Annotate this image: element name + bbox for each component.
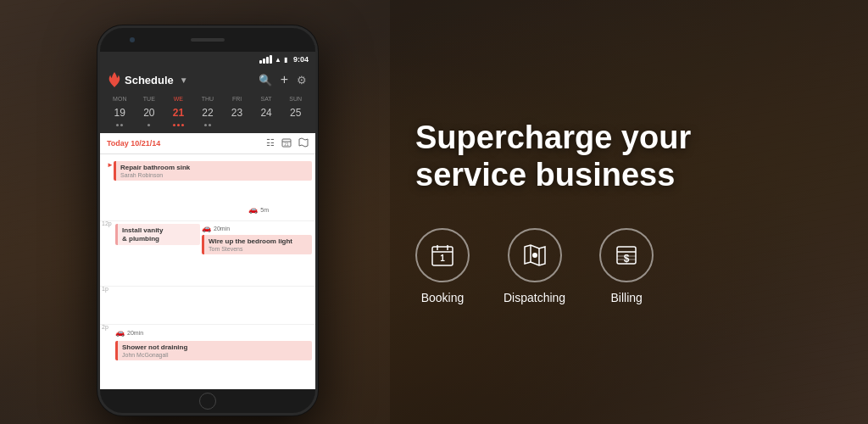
play-icon-1: ► [107, 161, 114, 169]
cal-day-wed[interactable]: We 21 [166, 96, 190, 126]
travel-badge-1: 🚗 5m [248, 205, 269, 214]
add-icon[interactable]: + [281, 72, 288, 87]
phone-bottom-bar [100, 389, 315, 413]
signal-indicator [259, 55, 272, 64]
event-1-title: Repair bathroom sink [120, 164, 308, 172]
svg-text:21: 21 [284, 142, 289, 147]
event-4-person: John McGonagall [122, 352, 308, 358]
cal-day-fri[interactable]: Fri 23 [225, 96, 249, 126]
event-3[interactable]: 🚗 20min Wire up the bedroom light Tom St… [202, 224, 312, 254]
calendar-day-icon[interactable]: 21 [281, 137, 292, 149]
signal-bar-3 [266, 57, 269, 64]
hero-section: Supercharge your service business 1 Book… [364, 0, 868, 424]
booking-label: Booking [421, 291, 465, 304]
cal-day-tue[interactable]: Tue 20 [137, 96, 161, 126]
calendar-week: Mon 19 Tue 20 [100, 92, 315, 133]
phone-section: ▲ ▮ 9:04 Schedule ▼ 🔍 + [0, 0, 364, 424]
phone-camera [130, 37, 135, 42]
cal-day-thu[interactable]: Thu 22 [196, 96, 220, 126]
phone-top-bar [100, 28, 315, 52]
svg-text:$: $ [624, 253, 630, 265]
schedule-toolbar: Today 10/21/14 ☷ 21 [100, 133, 315, 154]
status-bar: ▲ ▮ 9:04 [100, 52, 315, 67]
signal-bar-1 [259, 60, 262, 64]
expand-icon: ▼ [180, 75, 188, 85]
signal-bar-4 [270, 55, 272, 64]
app-logo-icon [108, 72, 120, 87]
main-layout: ▲ ▮ 9:04 Schedule ▼ 🔍 + [0, 0, 868, 424]
header-icons: 🔍 + ⚙ [259, 72, 307, 87]
cal-day-sun[interactable]: Sun 25 [284, 96, 308, 126]
event-2[interactable]: Install vanity& plumbing [115, 224, 200, 245]
feature-dispatching: Dispatching [504, 228, 565, 304]
divider-2p [100, 324, 315, 325]
toolbar-right-icons: ☷ 21 [266, 137, 309, 149]
battery-icon: ▮ [284, 56, 287, 64]
svg-marker-3 [299, 138, 308, 147]
travel-badge-3: 🚗 20min [202, 224, 312, 232]
feature-billing: $ Billing [599, 228, 654, 304]
cal-day-mon[interactable]: Mon 19 [108, 96, 131, 126]
schedule-body: ► Repair bathroom sink Sarah Robinson 🚗 … [100, 154, 315, 389]
settings-icon[interactable]: ⚙ [297, 74, 307, 86]
event-card-1: Repair bathroom sink Sarah Robinson [114, 161, 312, 181]
travel-badge-4: 🚗 20min [115, 328, 143, 337]
booking-icon-circle: 1 [415, 228, 470, 282]
phone-speaker [191, 38, 225, 42]
phone-screen: ▲ ▮ 9:04 Schedule ▼ 🔍 + [100, 52, 315, 389]
divider-1p [100, 286, 315, 287]
event-3-title: Wire up the bedroom light [209, 237, 308, 246]
cal-day-sat[interactable]: Sat 24 [254, 96, 278, 126]
billing-label: Billing [610, 291, 642, 304]
event-1-person: Sarah Robinson [120, 172, 308, 178]
schedule-date: Today 10/21/14 [107, 139, 160, 148]
event-4-title: Shower not draining [122, 343, 308, 352]
feature-booking: 1 Booking [415, 228, 470, 304]
svg-text:1: 1 [440, 254, 445, 263]
calendar-icon: 1 [430, 243, 455, 268]
home-button[interactable] [199, 393, 216, 410]
time-label-2p: 2p [102, 324, 108, 330]
svg-point-12 [532, 253, 537, 258]
features-row: 1 Booking Dispatching [415, 228, 826, 304]
grid-icon[interactable]: ☷ [266, 137, 275, 149]
event-card-3: Wire up the bedroom light Tom Stevens [202, 235, 312, 254]
dollar-icon: $ [614, 243, 639, 268]
event-2-title: Install vanity& plumbing [122, 226, 196, 243]
wifi-icon: ▲ [275, 56, 281, 64]
dispatching-icon-circle [508, 228, 562, 282]
app-title: Schedule [125, 74, 174, 86]
time-label-1p: 1p [102, 286, 108, 292]
app-logo-area: Schedule ▼ [108, 72, 188, 87]
status-time: 9:04 [293, 55, 309, 64]
event-1[interactable]: ► Repair bathroom sink Sarah Robinson [107, 161, 312, 181]
phone-mockup: ▲ ▮ 9:04 Schedule ▼ 🔍 + [97, 25, 318, 416]
dispatching-label: Dispatching [504, 291, 565, 304]
event-card-2: Install vanity& plumbing [115, 224, 200, 245]
map-view-icon[interactable] [298, 137, 309, 149]
event-4[interactable]: Shower not draining John McGonagall [115, 341, 312, 360]
hero-title: Supercharge your service business [415, 120, 826, 193]
search-icon[interactable]: 🔍 [259, 74, 272, 86]
app-header: Schedule ▼ 🔍 + ⚙ [100, 67, 315, 92]
event-3-person: Tom Stevens [209, 246, 308, 252]
signal-bar-2 [263, 59, 265, 64]
billing-icon-circle: $ [599, 228, 654, 282]
event-card-4: Shower not draining John McGonagall [115, 341, 312, 360]
time-label-12p: 12p [102, 220, 112, 226]
divider-12p [100, 220, 315, 221]
map-icon [522, 243, 548, 268]
